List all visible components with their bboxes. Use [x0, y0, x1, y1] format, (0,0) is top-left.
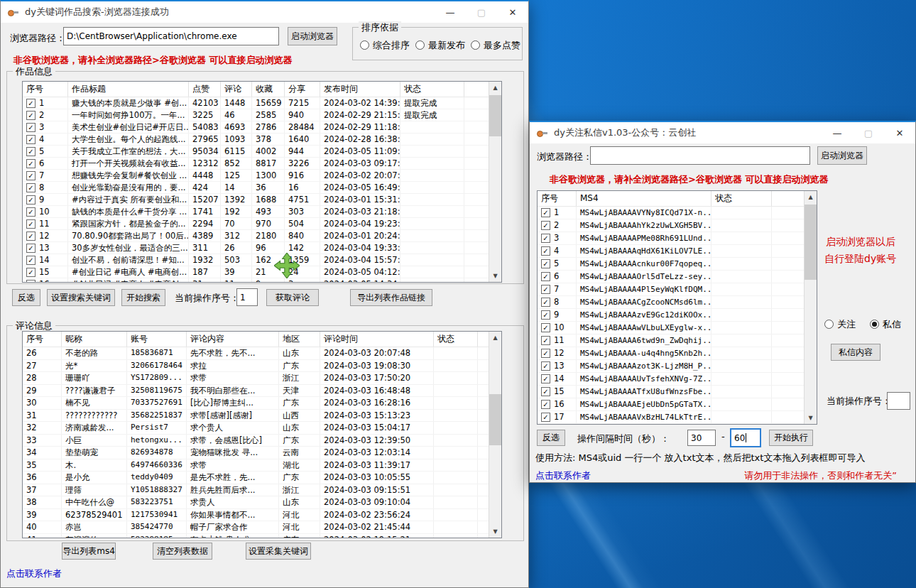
row-checkbox-checked[interactable] — [26, 99, 36, 108]
works-table-row[interactable]: 14 创业不易，创前请深思！#知... 1932 503 162 1359 20… — [23, 254, 501, 266]
ms4-list-row[interactable]: 7 MS4wLjABAAAA4Pl5eyWqKlfDQM... — [538, 283, 817, 296]
row-checkbox-checked[interactable] — [26, 219, 36, 229]
ms4-list-row[interactable]: 11 MS4wLjABAAAA6twd9n_ZwDqhij... — [538, 334, 817, 347]
browser-path-input[interactable] — [63, 27, 279, 45]
radio-dm[interactable]: 私信 — [870, 318, 901, 331]
row-checkbox-checked[interactable] — [26, 183, 36, 192]
scroll-up-icon[interactable] — [805, 191, 817, 203]
invert-selection-button[interactable]: 反选 — [12, 289, 40, 306]
browser-path-input[interactable] — [590, 146, 810, 165]
row-checkbox-checked[interactable] — [541, 208, 550, 217]
works-table-row[interactable]: 13 30多岁女性创业，最适合的三... 311 26 96 142 2024-… — [23, 242, 501, 254]
close-icon[interactable]: ✕ — [884, 122, 915, 143]
works-table-row[interactable]: 12 70.80.90都套路出局了！00后... 4389 312 2180 8… — [23, 230, 501, 242]
comments-table-row[interactable]: 33 小巨 hetongxu... 求带，会感恩[比心] 广东 2024-03-… — [23, 435, 501, 447]
contact-author-link[interactable]: 点击联系作者 — [6, 567, 62, 580]
comments-table-row[interactable]: 29 ????谦谦君子 32508119675 我不明白那些在... 天津 20… — [23, 385, 501, 398]
row-checkbox-checked[interactable] — [26, 111, 36, 120]
comments-table-row[interactable]: 32 济南减龄发... Persist7 求个贵人 山东 2024-03-03 … — [23, 422, 501, 435]
row-checkbox-checked[interactable] — [26, 171, 36, 180]
works-table-row[interactable]: 10 缺钱的本质是什么#干货分享 ... 1741 192 493 303 20… — [23, 206, 501, 218]
scroll-down-icon[interactable] — [805, 412, 817, 424]
row-checkbox-checked[interactable] — [541, 272, 550, 281]
radio-sort-most-liked[interactable]: 最多点赞 — [471, 39, 520, 52]
interval-min-input[interactable] — [687, 430, 716, 446]
row-checkbox-checked[interactable] — [541, 374, 550, 383]
comments-scrollbar[interactable] — [489, 332, 501, 538]
comments-table-row[interactable]: 28 珊珊吖 YS172809... 求带 浙江 2024-03-03 17:5… — [23, 372, 501, 385]
scroll-thumb[interactable] — [805, 205, 817, 280]
row-checkbox-checked[interactable] — [541, 298, 550, 307]
works-table-row[interactable]: 5 关于我成立工作室的想法，大... 95034 6115 4002 944 2… — [23, 146, 501, 158]
comments-table-header[interactable]: 序号 昵称 账号 评论内容 地区 评论时间 状态 — [23, 332, 501, 347]
comments-table-row[interactable]: 35 木. 64974660336 求带 湖北 2024-03-03 11:39… — [23, 459, 501, 472]
comments-table-row[interactable]: 26 不老的路 185836871 先不求胜，先不... 山东 2024-03-… — [23, 347, 501, 360]
row-checkbox-checked[interactable] — [541, 221, 550, 230]
row-checkbox-checked[interactable] — [26, 268, 36, 277]
dm-content-button[interactable]: 私信内容 — [831, 344, 880, 361]
ms4-list-row[interactable]: 4 MS4wLjABAAAAqHdX61KiLOV7LE... — [538, 245, 817, 258]
export-work-links-button[interactable]: 导出列表作品链接 — [350, 289, 432, 306]
row-checkbox-checked[interactable] — [541, 323, 550, 332]
radio-sort-newest[interactable]: 最新发布 — [415, 39, 465, 52]
works-scrollbar[interactable] — [489, 82, 501, 282]
invert-selection-button[interactable]: 反选 — [537, 430, 565, 446]
row-checkbox-checked[interactable] — [26, 244, 36, 253]
works-table-row[interactable]: 7 想赚钱先学会复制#餐饮创业 ... 4448 125 1300 916 20… — [23, 170, 501, 182]
row-checkbox-checked[interactable] — [26, 280, 36, 283]
export-list-ms4-button[interactable]: 导出列表ms4 — [62, 543, 116, 560]
comments-table-row[interactable]: 36 是小允 teddy0409 是先不求胜，先... 广东 2024-03-0… — [23, 472, 501, 484]
set-collect-keywords-button[interactable]: 设置采集关键词 — [246, 543, 311, 560]
minimize-icon[interactable]: — — [435, 1, 466, 23]
scroll-down-icon[interactable] — [489, 526, 501, 538]
ms4-list-row[interactable]: 2 MS4wLjABAAAAhYk2zUwLXGH5BV... — [538, 219, 817, 232]
row-checkbox-checked[interactable] — [541, 349, 550, 358]
scroll-down-icon[interactable] — [489, 270, 501, 282]
row-checkbox-checked[interactable] — [541, 361, 550, 371]
works-table-row[interactable]: 6 打开一个开关视频就会有收益... 12312 852 8817 3226 2… — [23, 158, 501, 170]
comments-table-row[interactable]: 34 垫垫萌宠 826934878 宠物猫咪批发 寻... 云南 2024-03… — [23, 447, 501, 459]
ms4-list-row[interactable]: 12 MS4wLjABAAAA-u4q4hng5Knb2h... — [538, 347, 817, 360]
row-checkbox-checked[interactable] — [26, 147, 36, 156]
row-checkbox-checked[interactable] — [26, 195, 36, 205]
scroll-thumb[interactable] — [489, 394, 501, 445]
start-execute-button[interactable]: 开始执行 — [769, 430, 813, 446]
ms4-scrollbar[interactable] — [804, 191, 817, 424]
ms4-list-row[interactable]: 14 MS4wLjABAAAAUvTsfehXNVg-7Z... — [538, 373, 817, 386]
get-comments-button[interactable]: 获取评论 — [266, 289, 319, 306]
ms4-list-row[interactable]: 9 MS4wLjABAAAAzvE9Gc12diKOOx... — [538, 309, 817, 322]
comments-table-row[interactable]: 37 理筛 Y1051888327 胜兵先胜而后求... 浙江 2024-03-… — [23, 484, 501, 497]
works-table-row[interactable]: 8 创业光靠勤奋是没有用的，要... 424 14 36 16 2024-03-… — [23, 182, 501, 194]
ms4-list-row[interactable]: 15 MS4wLjABAAAATfxU8ufWnzsFbe... — [538, 386, 817, 398]
ms4-list-row[interactable]: 6 MS4wLjABAAAAOrl5dTeLzz-sey... — [538, 271, 817, 283]
row-checkbox-checked[interactable] — [26, 232, 36, 241]
titlebar[interactable]: dy关注私信v1.03-公众号：云创社 — ▢ ✕ — [530, 122, 915, 143]
minimize-icon[interactable]: — — [822, 122, 853, 143]
maximize-icon[interactable]: ▢ — [466, 1, 497, 23]
works-table-row[interactable]: 3 美术生创业#创业日记#开店日... 54083 4693 2786 2848… — [23, 121, 501, 134]
works-table-row[interactable]: 1 赚大钱的本质就是少做事 #创... 42103 1448 15659 721… — [23, 97, 501, 109]
works-table-header[interactable]: 序号 作品标题 点赞 评论 收藏 分享 发布时间 状态 — [23, 82, 501, 97]
comments-table-row[interactable]: 27 光* 32066178464 求拉 广东 2024-03-03 19:08… — [23, 360, 501, 373]
scroll-thumb[interactable] — [489, 95, 501, 136]
start-search-button[interactable]: 开始搜索 — [121, 289, 165, 306]
row-checkbox-checked[interactable] — [541, 336, 550, 345]
titlebar[interactable]: dy关键词作品搜索-浏览器连接成功 — ▢ ✕ — [1, 1, 528, 23]
row-checkbox-checked[interactable] — [26, 207, 36, 217]
current-index-input[interactable] — [236, 288, 258, 306]
comments-table-row[interactable]: 38 中午吃什么@ 583223751 求贵人 山东 2024-03-03 09… — [23, 496, 501, 509]
comments-table-row[interactable]: 31 ???????????? 35682251837 求带[感谢][感谢] 山… — [23, 410, 501, 423]
row-checkbox-checked[interactable] — [541, 387, 550, 396]
row-checkbox-checked[interactable] — [541, 285, 550, 294]
comments-table-row[interactable]: 30 楠不见 70337527691 [比心]帮博主纠... 广东 2024-0… — [23, 397, 501, 410]
ms4-list-row[interactable]: 17 MS4wLjABAAAAVxBzHL74LkTtrE... — [538, 411, 817, 424]
row-checkbox-checked[interactable] — [541, 234, 550, 243]
row-checkbox-checked[interactable] — [26, 159, 36, 168]
ms4-list-row[interactable]: 3 MS4wLjABAAAAPMe08Rh691LUnd... — [538, 232, 817, 245]
ms4-list-row[interactable]: 1 MS4wLjABAAAAVYNy8ICQd71X-n... — [538, 207, 817, 219]
ms4-list-row[interactable]: 8 MS4wLjABAAAACgZcooNCMsd6lm... — [538, 296, 817, 309]
radio-sort-comprehensive[interactable]: 综合排序 — [360, 39, 410, 52]
interval-max-input[interactable]: 60 — [730, 428, 761, 447]
scroll-up-icon[interactable] — [489, 82, 501, 94]
works-table-row[interactable]: 16 #创业日记 #电商人 #电商创... 31 11 9 3 2024-03-… — [23, 278, 501, 283]
